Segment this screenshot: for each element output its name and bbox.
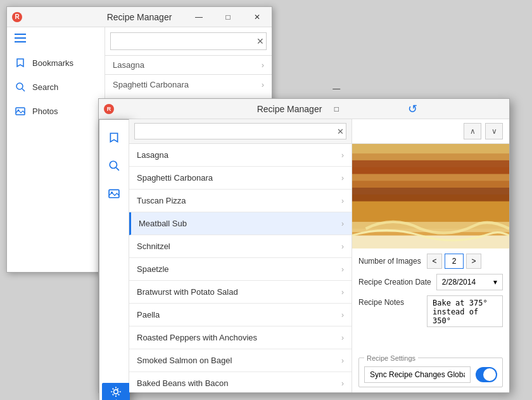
back-list-item-2[interactable]: Spaghetti Carbonara› [105, 75, 272, 94]
recipe-settings-section: Recipe Settings [358, 358, 503, 387]
back-close-btn[interactable]: ✕ [243, 7, 272, 27]
front-bookmarks-btn[interactable] [101, 125, 127, 150]
back-search-clear[interactable]: ✕ [256, 36, 264, 46]
settings-sync-row [364, 366, 497, 383]
back-photos-label: Photos [32, 106, 58, 116]
front-maximize-btn[interactable]: □ [322, 99, 351, 119]
back-minimize-btn[interactable]: — [184, 7, 213, 27]
recipe-chevron-tuscan: › [341, 197, 344, 205]
svg-rect-18 [352, 144, 509, 160]
back-sidebar-bookmarks[interactable]: Bookmarks [7, 51, 104, 75]
num-images-label: Number of Images [358, 257, 422, 266]
back-search-input[interactable] [110, 32, 267, 50]
creation-date-input[interactable]: 2/28/2014 ▾ [436, 274, 503, 290]
recipe-settings-label: Recipe Settings [364, 354, 418, 362]
front-search-btn[interactable] [101, 153, 127, 178]
front-app-icon: R [104, 104, 114, 114]
front-refresh-icon[interactable]: ↺ [408, 102, 417, 116]
num-images-value-wrap: < 2 > [427, 254, 503, 269]
back-window-title: Recipe Manager [107, 12, 172, 22]
detail-nav: ∧ ∨ [352, 119, 509, 144]
back-photos-icon [15, 105, 26, 117]
recipe-chevron-spaetzle: › [341, 265, 344, 274]
recipe-name-schnitzel: Schnitzel [137, 242, 170, 251]
num-images-row: Number of Images < 2 > [358, 254, 503, 269]
recipe-chevron-bratwurst: › [341, 288, 344, 297]
back-title-bar: R Recipe Manager — □ ✕ [7, 7, 272, 27]
recipe-item-lasagna[interactable]: Lasagna › [129, 144, 352, 167]
svg-rect-2 [15, 41, 26, 42]
front-settings-btn[interactable]: Settings [102, 383, 130, 400]
front-window-title: Recipe Manager [257, 104, 322, 114]
creation-date-display: 2/28/2014 [442, 278, 476, 287]
notes-textarea[interactable]: Bake at 375° instead of 350° [427, 295, 503, 327]
back-sidebar-search[interactable]: Search [7, 75, 104, 99]
detail-fields: Number of Images < 2 > Recipe Creation D… [352, 248, 509, 358]
recipe-item-paella[interactable]: Paella › [129, 304, 352, 326]
recipe-item-schnitzel[interactable]: Schnitzel › [129, 235, 352, 258]
front-title-bar: R Recipe Manager ↺ — □ ✕ [99, 99, 509, 119]
recipe-item-spaetzle[interactable]: Spaetzle › [129, 258, 352, 281]
svg-point-3 [16, 83, 23, 89]
recipe-item-salmon[interactable]: Smoked Salmon on Bagel › [129, 349, 352, 372]
sync-input[interactable] [364, 366, 471, 383]
recipe-name-lasagna: Lasagna [137, 150, 168, 160]
recipe-name-meatball: Meatball Sub [139, 219, 187, 228]
svg-point-7 [110, 161, 117, 168]
front-sidebar: Settings [99, 119, 129, 400]
front-detail-panel: ∧ ∨ [352, 119, 509, 392]
recipe-item-meatball[interactable]: Meatball Sub › [129, 212, 352, 235]
front-recipe-list: Lasagna › Spaghetti Carbonara › Tuscan P… [129, 144, 352, 392]
svg-rect-1 [15, 37, 26, 39]
food-image [352, 144, 509, 248]
front-list-search-clear[interactable]: ✕ [337, 127, 344, 136]
back-sidebar: Bookmarks Search Photos [7, 27, 105, 272]
recipe-item-spaghetti[interactable]: Spaghetti Carbonara › [129, 167, 352, 190]
recipe-chevron-paella: › [341, 311, 344, 319]
recipe-item-beans[interactable]: Baked Beans with Bacon › [129, 372, 352, 392]
recipe-chevron-schnitzel: › [341, 242, 344, 251]
back-app-icon: R [12, 12, 22, 22]
front-window: R Recipe Manager ↺ — □ ✕ Settings ✕ [98, 98, 510, 393]
front-list-search-bar: ✕ [129, 119, 352, 144]
svg-line-8 [116, 167, 119, 171]
recipe-item-bratwurst[interactable]: Bratwurst with Potato Salad › [129, 281, 352, 304]
recipe-name-spaghetti: Spaghetti Carbonara [137, 173, 213, 183]
counter-decrement-btn[interactable]: < [427, 254, 442, 269]
back-bookmarks-icon [15, 57, 26, 68]
back-search-label: Search [32, 82, 58, 92]
toggle-knob [483, 368, 496, 381]
creation-date-value-wrap: 2/28/2014 ▾ [436, 274, 503, 290]
front-minimize-btn[interactable]: — [322, 79, 351, 99]
back-bookmarks-label: Bookmarks [32, 58, 73, 68]
detail-nav-up[interactable]: ∧ [464, 123, 481, 139]
back-win-controls: — □ ✕ [184, 7, 272, 27]
detail-nav-down[interactable]: ∨ [485, 123, 503, 139]
counter-display: 2 [445, 254, 464, 269]
sync-toggle[interactable] [476, 367, 497, 382]
recipe-name-beans: Baked Beans with Bacon [137, 378, 229, 388]
recipe-name-roasted: Roasted Peppers with Anchovies [137, 333, 257, 342]
counter-increment-btn[interactable]: > [466, 254, 481, 269]
recipe-chevron-meatball: › [341, 219, 344, 228]
front-list-search-input[interactable] [134, 123, 346, 139]
date-dropdown-icon: ▾ [493, 278, 497, 287]
recipe-chevron-salmon: › [341, 356, 344, 365]
back-menu-icon[interactable] [7, 27, 104, 51]
back-list-item-1[interactable]: Lasagna› [105, 56, 272, 75]
back-sidebar-photos[interactable]: Photos [7, 99, 104, 123]
front-list-panel: ✕ Lasagna › Spaghetti Carbonara › Tuscan… [129, 119, 352, 392]
svg-line-4 [22, 89, 25, 91]
recipe-item-roasted[interactable]: Roasted Peppers with Anchovies › [129, 326, 352, 349]
recipe-item-tuscan[interactable]: Tuscan Pizza › [129, 190, 352, 212]
recipe-chevron-roasted: › [341, 333, 344, 342]
recipe-name-tuscan: Tuscan Pizza [137, 196, 186, 205]
recipe-name-paella: Paella [137, 310, 160, 319]
front-photos-btn[interactable] [101, 181, 127, 206]
notes-value-wrap: Bake at 375° instead of 350° [427, 295, 503, 329]
notes-label: Recipe Notes [358, 298, 422, 307]
back-search-wrap: ✕ [110, 32, 267, 50]
recipe-name-spaetzle: Spaetzle [137, 264, 169, 274]
food-image-inner [352, 144, 509, 248]
back-maximize-btn[interactable]: □ [213, 7, 243, 27]
